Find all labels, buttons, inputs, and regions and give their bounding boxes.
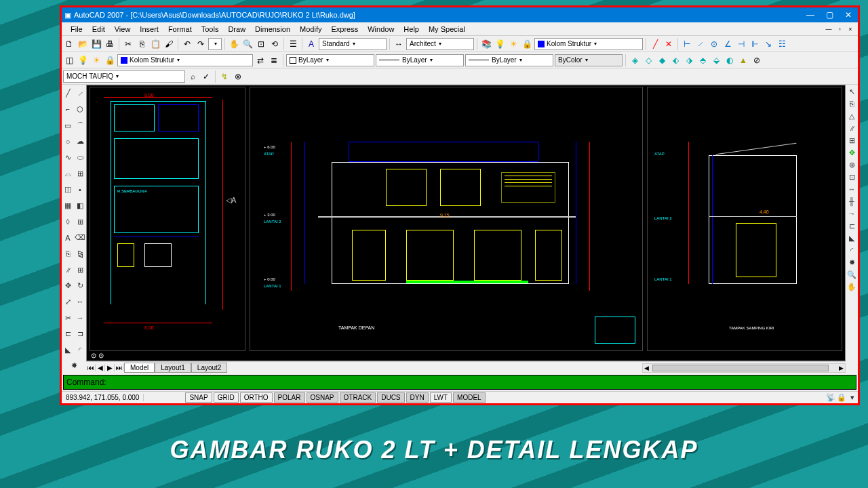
area-icon[interactable]: ✕ bbox=[663, 38, 675, 50]
menu-format[interactable]: Format bbox=[163, 24, 197, 35]
spline-icon[interactable]: ∿ bbox=[62, 152, 73, 163]
r-chamfer-icon[interactable]: ◣ bbox=[846, 232, 857, 243]
linetype-combo[interactable]: ByLayer bbox=[376, 54, 464, 66]
zoom-prev-icon[interactable]: ⟲ bbox=[269, 38, 281, 50]
toggle-osnap[interactable]: OSNAP bbox=[307, 392, 338, 403]
scale-icon[interactable]: ⤢ bbox=[62, 296, 73, 307]
r-offset-icon[interactable]: ⫽ bbox=[846, 123, 857, 134]
menu-file[interactable]: File bbox=[66, 24, 87, 35]
dim-style-combo[interactable]: Architect bbox=[406, 38, 474, 50]
refedit-icon[interactable]: ↯ bbox=[218, 70, 231, 83]
r-pan-icon[interactable]: ✋ bbox=[846, 281, 857, 292]
text-input[interactable]: MOCH TAUFIQ bbox=[63, 70, 185, 83]
viewport-floorplan[interactable]: 8.00 R.SERBAGUNA 8.00 ◁A bbox=[90, 87, 245, 351]
toggle-polar[interactable]: POLAR bbox=[274, 392, 305, 403]
menu-express[interactable]: Express bbox=[326, 24, 363, 35]
dim-linear-icon[interactable]: ⊢ bbox=[681, 38, 693, 50]
r-array-icon[interactable]: ⊞ bbox=[846, 135, 857, 146]
rotate-icon[interactable]: ↻ bbox=[75, 281, 85, 291]
layer-manager-icon[interactable]: ◫ bbox=[63, 54, 75, 66]
pan-icon[interactable]: ✋ bbox=[228, 38, 240, 50]
insert-icon[interactable]: ⊞ bbox=[75, 168, 85, 179]
minimize-button[interactable]: — bbox=[801, 7, 820, 22]
layer-combo2[interactable]: Kolom Struktur bbox=[117, 54, 253, 66]
table-icon[interactable]: ⊞ bbox=[75, 216, 85, 227]
menu-modify[interactable]: Modify bbox=[295, 24, 326, 35]
tab-prev[interactable]: ◀ bbox=[96, 364, 105, 371]
layoff-icon[interactable]: ◆ bbox=[656, 54, 668, 66]
plot-icon[interactable]: 🖶 bbox=[104, 38, 116, 50]
rect-icon[interactable]: ▭ bbox=[62, 120, 73, 131]
layvpi-icon[interactable]: ◐ bbox=[724, 54, 736, 66]
bulb-icon[interactable]: 💡 bbox=[77, 54, 89, 66]
laymrg-icon[interactable]: ▲ bbox=[737, 54, 749, 66]
layer-prev-icon[interactable]: ⇄ bbox=[254, 54, 267, 66]
toggle-grid[interactable]: GRID bbox=[214, 392, 239, 403]
dist-icon[interactable]: ╱ bbox=[649, 38, 661, 50]
trim-icon[interactable]: ✂ bbox=[62, 312, 73, 323]
refclose-icon[interactable]: ⊗ bbox=[232, 70, 244, 83]
maximize-button[interactable]: ▢ bbox=[820, 7, 839, 22]
copy-icon[interactable]: ⎘ bbox=[136, 38, 148, 50]
explode-icon[interactable]: ✸ bbox=[68, 361, 79, 371]
r-extend-icon[interactable]: → bbox=[846, 208, 857, 219]
toggle-otrack[interactable]: OTRACK bbox=[340, 392, 376, 403]
tab-layout1[interactable]: Layout1 bbox=[155, 363, 191, 373]
menu-dimension[interactable]: Dimension bbox=[250, 24, 295, 35]
r-scale-icon[interactable]: ⊡ bbox=[846, 171, 857, 182]
point-icon[interactable]: • bbox=[75, 184, 85, 195]
zoom-window-icon[interactable]: ⊡ bbox=[255, 38, 267, 50]
array-icon[interactable]: ⊞ bbox=[75, 264, 85, 275]
r-stretch-icon[interactable]: ↔ bbox=[846, 184, 857, 195]
spell-icon[interactable]: ✓ bbox=[200, 70, 212, 83]
mtext-icon[interactable]: A bbox=[62, 232, 73, 243]
layer-on-icon[interactable]: 💡 bbox=[494, 38, 506, 50]
viewport-elevation[interactable]: 9,15 + 6.00 ATAP + 3.00 LANTAI 2 + 0.00 … bbox=[250, 87, 643, 351]
toggle-model[interactable]: MODEL bbox=[453, 392, 486, 403]
join-icon[interactable]: ⊐ bbox=[75, 329, 85, 340]
dim-baseline-icon[interactable]: ⊩ bbox=[749, 38, 761, 50]
plotstyle-combo[interactable]: ByColor bbox=[555, 54, 623, 66]
r-zoom-icon[interactable]: 🔍 bbox=[846, 269, 857, 280]
chamfer-icon[interactable]: ◣ bbox=[62, 344, 73, 355]
save-icon[interactable]: 💾 bbox=[90, 38, 102, 50]
line-icon[interactable]: ╱ bbox=[62, 88, 73, 99]
mirror-icon[interactable]: ⧎ bbox=[75, 248, 85, 259]
tab-next[interactable]: ▶ bbox=[105, 364, 115, 371]
pline-icon[interactable]: ⌐ bbox=[62, 104, 73, 115]
r-rotate-icon[interactable]: ⊕ bbox=[846, 159, 857, 170]
viewport-side[interactable]: 4,40 ATAP LANTAI 2 LANTAI 1 TAMPAK SAMPI… bbox=[647, 87, 842, 351]
circle-icon[interactable]: ○ bbox=[62, 136, 73, 147]
tab-first[interactable]: ⏮ bbox=[86, 364, 96, 371]
extend-icon[interactable]: → bbox=[75, 312, 85, 323]
paste-icon[interactable]: 📋 bbox=[149, 38, 161, 50]
dim-angular-icon[interactable]: ∠ bbox=[722, 38, 734, 50]
tab-layout2[interactable]: Layout2 bbox=[191, 363, 228, 373]
lineweight-combo[interactable]: ByLayer bbox=[465, 54, 553, 66]
revcloud-icon[interactable]: ☁ bbox=[75, 136, 85, 147]
layiso-icon[interactable]: ◈ bbox=[629, 54, 641, 66]
menu-window[interactable]: Window bbox=[363, 24, 399, 35]
toggle-lwt[interactable]: LWT bbox=[430, 392, 452, 403]
laylck-icon[interactable]: ⬖ bbox=[669, 54, 682, 66]
menu-insert[interactable]: Insert bbox=[135, 24, 163, 35]
layulk-icon[interactable]: ⬗ bbox=[683, 54, 695, 66]
h-scrollbar[interactable]: ◀ ▶ bbox=[642, 363, 846, 373]
comm-icon[interactable]: 📡 bbox=[825, 392, 836, 403]
polygon-icon[interactable]: ⬡ bbox=[75, 104, 85, 115]
lock-icon[interactable]: 🔒 bbox=[104, 54, 116, 66]
arc-icon[interactable]: ⌒ bbox=[75, 120, 85, 131]
r-erase-icon[interactable]: ↖ bbox=[846, 86, 857, 97]
toggle-dyn[interactable]: DYN bbox=[406, 392, 429, 403]
r-trim-icon[interactable]: ╫ bbox=[846, 196, 857, 207]
laydel-icon[interactable]: ⊘ bbox=[751, 54, 763, 66]
menu-view[interactable]: View bbox=[110, 24, 136, 35]
dim-continue-icon[interactable]: ⊣ bbox=[735, 38, 747, 50]
toggle-ortho[interactable]: ORTHO bbox=[240, 392, 273, 403]
cut-icon[interactable]: ✂ bbox=[122, 38, 134, 50]
color-combo[interactable]: ByLayer bbox=[286, 54, 374, 66]
menu-draw[interactable]: Draw bbox=[223, 24, 250, 35]
move-icon[interactable]: ✥ bbox=[62, 281, 73, 291]
doc-minimize[interactable]: — bbox=[824, 24, 833, 34]
undo-dropdown[interactable] bbox=[208, 38, 222, 50]
